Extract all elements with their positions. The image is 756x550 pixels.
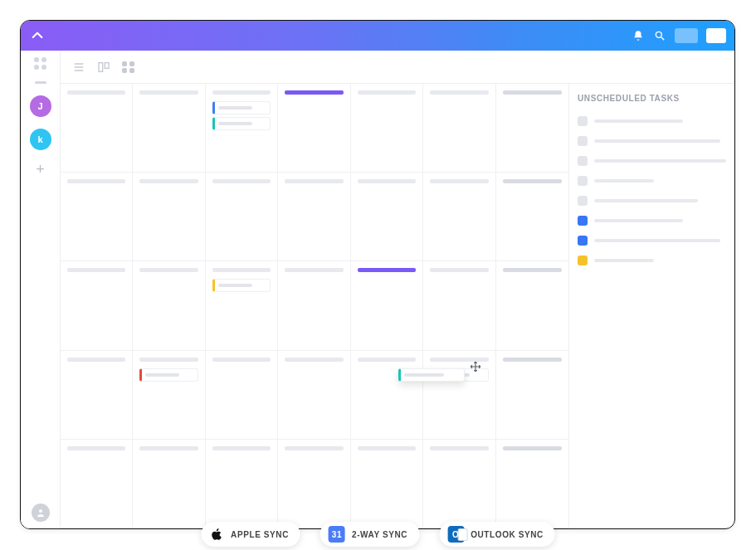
svg-line-1 <box>661 37 665 41</box>
calendar-cell[interactable] <box>351 440 423 528</box>
unscheduled-task[interactable] <box>578 151 726 171</box>
task-title-placeholder <box>594 259 654 262</box>
app-window: J k + <box>20 20 735 529</box>
apps-icon[interactable] <box>34 57 47 70</box>
dragging-task[interactable] <box>398 368 465 382</box>
day-placeholder <box>358 268 416 272</box>
calendar-cell[interactable] <box>278 440 350 528</box>
calendar-cell[interactable] <box>351 261 423 350</box>
day-placeholder <box>139 179 198 183</box>
workspace-avatar-k[interactable]: k <box>30 129 51 150</box>
task-color-dot <box>578 136 588 146</box>
calendar-task[interactable] <box>212 101 271 114</box>
unscheduled-task[interactable] <box>578 251 726 270</box>
task-color-dot <box>578 156 588 166</box>
calendar-cell[interactable] <box>423 440 495 528</box>
calendar-cell[interactable] <box>206 440 278 528</box>
calendar-cell[interactable] <box>496 84 568 173</box>
calendar-cell[interactable] <box>423 173 495 261</box>
day-placeholder <box>285 358 343 362</box>
unscheduled-task[interactable] <box>578 191 726 211</box>
calendar-task[interactable] <box>139 368 198 382</box>
task-color-dot <box>578 236 588 246</box>
calendar-cell[interactable] <box>133 261 205 350</box>
day-placeholder <box>212 268 271 272</box>
day-placeholder <box>67 179 125 183</box>
unscheduled-task[interactable] <box>578 231 726 251</box>
clickup-logo[interactable] <box>29 27 46 44</box>
calendar-cell[interactable] <box>61 173 133 261</box>
day-placeholder <box>139 358 198 362</box>
day-placeholder <box>503 268 562 272</box>
day-placeholder <box>285 446 343 450</box>
apple-sync-pill[interactable]: APPLE SYNC <box>201 522 300 547</box>
calendar-cell[interactable] <box>351 173 423 261</box>
calendar-cell[interactable] <box>206 173 278 261</box>
calendar-cell[interactable] <box>351 351 423 440</box>
workspace-avatar-j[interactable]: J <box>30 95 51 117</box>
day-placeholder <box>212 446 271 450</box>
calendar-cell[interactable] <box>496 261 568 350</box>
calendar-cell[interactable] <box>61 261 133 350</box>
calendar-cell[interactable] <box>133 440 205 528</box>
svg-point-2 <box>39 509 42 513</box>
svg-point-0 <box>656 32 661 37</box>
gcal-sync-pill[interactable]: 31 2-WAY SYNC <box>320 522 419 547</box>
board-view-icon[interactable] <box>97 61 110 74</box>
bell-icon[interactable] <box>632 29 645 42</box>
svg-rect-7 <box>105 62 109 68</box>
calendar-view[interactable] <box>61 84 568 528</box>
search-icon[interactable] <box>653 29 666 42</box>
unscheduled-sidebar: UNSCHEDULED TASKS <box>568 84 734 528</box>
unscheduled-task[interactable] <box>578 211 726 231</box>
calendar-cell[interactable] <box>423 351 495 440</box>
day-placeholder <box>503 90 562 95</box>
profile-icon[interactable] <box>32 504 50 522</box>
calendar-cell[interactable] <box>206 261 278 350</box>
outlook-sync-pill[interactable]: O OUTLOOK SYNC <box>439 522 555 547</box>
calendar-cell[interactable] <box>206 84 278 173</box>
app-header <box>21 21 734 51</box>
unscheduled-task[interactable] <box>578 111 726 131</box>
calendar-cell[interactable] <box>61 351 133 440</box>
calendar-cell[interactable] <box>423 84 495 173</box>
calendar-cell[interactable] <box>496 173 568 261</box>
calendar-cell[interactable] <box>278 261 350 350</box>
calendar-cell[interactable] <box>496 351 568 440</box>
view-toolbar <box>61 51 734 84</box>
grid-view-icon[interactable] <box>122 61 135 73</box>
calendar-cell[interactable] <box>133 173 205 261</box>
calendar-cell[interactable] <box>278 173 350 261</box>
collapse-icon[interactable] <box>35 81 46 84</box>
day-placeholder <box>285 90 343 95</box>
day-placeholder <box>285 179 343 183</box>
list-view-icon[interactable] <box>72 61 85 74</box>
calendar-cell[interactable] <box>61 440 133 528</box>
calendar-task[interactable] <box>212 279 271 292</box>
calendar-cell[interactable] <box>206 351 278 440</box>
sync-pills: APPLE SYNC 31 2-WAY SYNC O OUTLOOK SYNC <box>201 522 555 547</box>
day-placeholder <box>503 358 562 362</box>
task-title-placeholder <box>594 219 683 222</box>
header-toggle[interactable] <box>675 28 698 43</box>
calendar-cell[interactable] <box>278 351 350 440</box>
unscheduled-task[interactable] <box>578 171 726 191</box>
add-workspace-button[interactable]: + <box>36 162 45 177</box>
day-placeholder <box>285 268 343 272</box>
calendar-cell[interactable] <box>423 261 495 350</box>
calendar-cell[interactable] <box>351 84 423 173</box>
unscheduled-task[interactable] <box>578 131 726 151</box>
day-placeholder <box>503 179 562 183</box>
calendar-cell[interactable] <box>278 84 350 173</box>
outlook-icon: O <box>447 526 464 543</box>
svg-rect-6 <box>99 62 103 71</box>
header-user[interactable] <box>706 28 726 43</box>
calendar-cell[interactable] <box>133 351 205 440</box>
calendar-cell[interactable] <box>133 84 205 173</box>
calendar-cell[interactable] <box>61 84 133 173</box>
calendar-cell[interactable] <box>496 440 568 528</box>
pill-label: 2-WAY SYNC <box>352 530 407 539</box>
task-color-dot <box>578 176 588 186</box>
day-placeholder <box>430 268 488 272</box>
calendar-task[interactable] <box>212 117 271 130</box>
